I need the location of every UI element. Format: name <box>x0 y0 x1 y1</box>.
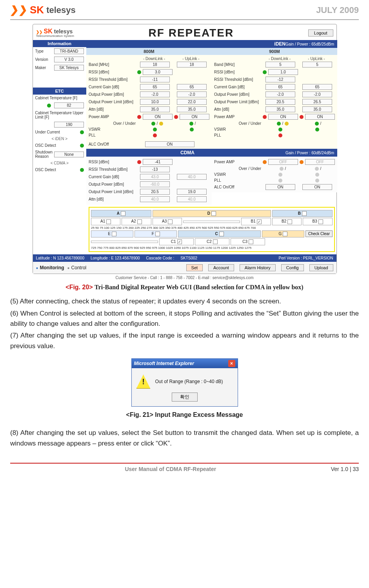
under-current-label: Under Current <box>35 130 78 134</box>
freq-C1[interactable]: C1 <box>159 238 194 245</box>
800-pamp-dl[interactable]: ON <box>143 114 173 120</box>
900-op-label: Output Power [dBm] <box>214 92 261 97</box>
cabinet-temp-value[interactable]: 82 <box>54 102 84 108</box>
900-pamp-ul[interactable]: ON <box>305 114 335 120</box>
control-tab[interactable]: Control <box>67 265 87 270</box>
freq-C2[interactable]: C2 <box>195 238 229 245</box>
iden-gain-power: Gain / Power : 65dB/25dBm <box>285 42 337 46</box>
info-type-value: TRI-BAND <box>54 48 84 54</box>
alc-value[interactable]: ON <box>145 141 194 147</box>
cdma-alc-dl[interactable]: ON <box>265 184 295 190</box>
freq-A3[interactable]: A3 <box>153 218 182 225</box>
set-button[interactable]: Set <box>186 264 203 271</box>
warning-icon: ! <box>136 374 151 389</box>
fig20-desc: Tri-Band Digital Repeater Web GUI (Band … <box>95 284 304 290</box>
800-ou-label: Over / Under <box>89 121 139 126</box>
freq-B1[interactable]: B1 <box>241 218 271 225</box>
900-pamp-label: Power AMP <box>214 115 261 119</box>
status-cascade-value: SKTS002 <box>180 256 197 260</box>
freq-A2[interactable]: A2 <box>122 218 151 225</box>
freq-A[interactable]: A <box>91 210 151 217</box>
900-opl-ul[interactable]: 26.5 <box>302 99 332 105</box>
900-band-dl[interactable]: 5 <box>265 62 295 68</box>
freq-C3[interactable]: C3 <box>231 238 265 245</box>
paragraph-8: (8) After changing the set up values, se… <box>10 428 359 449</box>
800-downlink-header: - DownLink - <box>136 57 173 61</box>
cdma-pamp-dl[interactable]: OFF <box>268 159 298 165</box>
gui-logo: ❯❯ SK telesys Telecommunication System <box>36 28 74 38</box>
800-pll-dl-led <box>153 133 157 137</box>
freq-C[interactable]: C <box>178 230 260 237</box>
config-button[interactable]: Config <box>281 264 304 271</box>
900-rssith[interactable]: -12 <box>265 77 295 82</box>
800-rssi-dl: 3.0 <box>143 69 173 75</box>
900-attn-ul[interactable]: 35.0 <box>302 106 332 112</box>
col-800m-header: 800M <box>86 48 212 55</box>
monitoring-tab[interactable]: Monitoring <box>36 265 64 270</box>
900-opl-label: Output Power Limit [dBm] <box>214 100 261 104</box>
freq-B2[interactable]: B2 <box>272 218 302 225</box>
cdma-pamp-ul-led <box>300 160 304 164</box>
cdma-cg-ul: 40.0 <box>177 174 207 180</box>
upload-button[interactable]: Upload <box>309 264 333 271</box>
fig21-caption: <Fig. 21> Input Range Excess Message <box>10 411 359 418</box>
brand-logo: ❯❯ SK telesys <box>10 4 76 16</box>
cdma-opl-dl[interactable]: 20.5 <box>140 189 170 195</box>
900-ou-ul-over <box>315 122 319 126</box>
cdma-attn-dl[interactable]: 40.0 <box>140 196 170 202</box>
900-downlink-header: - DownLink - <box>261 57 298 61</box>
900-opl-dl[interactable]: 20.5 <box>265 99 295 105</box>
800-opl-ul[interactable]: 22.0 <box>177 99 207 105</box>
800-opl-dl[interactable]: 10.0 <box>140 99 170 105</box>
check-clear-button[interactable]: Check Clear <box>305 230 333 237</box>
freq-B[interactable]: B <box>272 210 333 217</box>
900-band-ul[interactable]: 5 <box>302 62 332 68</box>
cdma-ou-ul-over <box>315 167 319 171</box>
900-cg-label: Current Gain [dB] <box>214 85 261 89</box>
800-rssith[interactable]: -11 <box>140 77 170 82</box>
900-attn-dl[interactable]: 35.0 <box>265 106 295 112</box>
800-op-dl: -2.0 <box>140 91 170 97</box>
cdma-attn-ul[interactable]: 40.0 <box>177 196 207 202</box>
800-opl-label: Output Power Limit [dBm] <box>89 100 136 104</box>
800-pamp-dl-led <box>137 115 141 119</box>
800-cg-label: Current Gain [dB] <box>89 85 136 89</box>
status-latitude: Latitude : N 123.456789000 <box>36 256 84 260</box>
logo-telesys: telesys <box>46 5 76 15</box>
cdma-vswr-label: VSWR <box>214 172 261 177</box>
freq-B3[interactable]: B3 <box>303 218 333 225</box>
freq-G[interactable]: G <box>262 230 304 237</box>
logout-button[interactable]: Logout <box>308 29 333 37</box>
800-band-ul[interactable]: 18 <box>177 62 207 68</box>
document-date: JULY 2009 <box>316 5 359 15</box>
800-attn-ul[interactable]: 35.0 <box>177 106 207 112</box>
cdma-rssi: -41 <box>143 159 173 165</box>
alarm-history-button[interactable]: Alarm History <box>240 264 276 271</box>
800-rssi-led <box>137 70 141 74</box>
cdma-rssi-label: RSSI [dBm] <box>89 160 136 164</box>
osc-detect-iden-led <box>80 144 84 148</box>
800-attn-dl[interactable]: 35.0 <box>140 106 170 112</box>
cdma-cg-dl: 43.0 <box>140 174 170 180</box>
gui-title: RF REPEATER <box>149 27 234 39</box>
close-icon[interactable]: × <box>228 360 235 367</box>
freq-E[interactable]: E <box>91 230 133 237</box>
freq-D[interactable]: D <box>153 210 271 217</box>
cdma-op-label: Output Power [dBm] <box>89 182 136 186</box>
message-box: Microsoft Internet Explorer × ! Out of R… <box>131 358 238 407</box>
cdma-pamp-ul[interactable]: OFF <box>305 159 335 165</box>
cdma-alc-ul[interactable]: ON <box>302 184 332 190</box>
900-ou-label: Over / Under <box>214 121 264 126</box>
freq-F[interactable]: F <box>135 230 177 237</box>
cabinet-temp-limit-value[interactable]: 190 <box>54 122 84 128</box>
cdma-opl-ul[interactable]: 19.0 <box>177 189 207 195</box>
800-band-dl[interactable]: 18 <box>140 62 170 68</box>
freq-A1[interactable]: A1 <box>91 218 121 225</box>
account-button[interactable]: Account <box>208 264 234 271</box>
msgbox-title: Microsoft Internet Explorer <box>134 361 194 366</box>
msgbox-ok-button[interactable]: 확인 <box>172 393 198 402</box>
cdma-rssith[interactable]: -13 <box>140 166 170 172</box>
900-pamp-dl[interactable]: ON <box>268 114 298 120</box>
800-pamp-ul[interactable]: ON <box>180 114 209 120</box>
800-cg-dl: 65 <box>140 84 170 90</box>
